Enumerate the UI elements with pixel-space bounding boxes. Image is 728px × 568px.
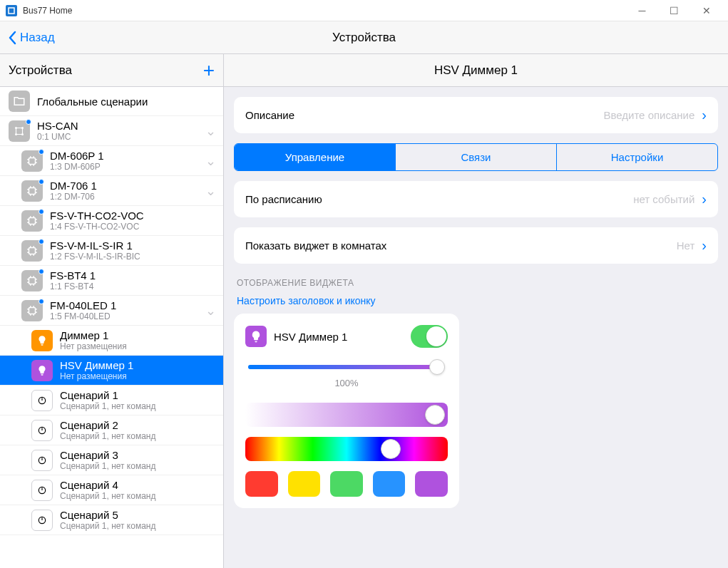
back-button[interactable]: Назад bbox=[0, 31, 55, 45]
chevron-right-icon: › bbox=[702, 237, 707, 254]
item-sub: Нет размещения bbox=[60, 371, 216, 381]
back-label: Назад bbox=[20, 31, 55, 45]
tree-item[interactable]: Диммер 1Нет размещения bbox=[0, 326, 223, 356]
chevron-left-icon bbox=[7, 31, 17, 45]
tab-control[interactable]: Управление bbox=[235, 144, 396, 170]
saturation-slider[interactable] bbox=[245, 403, 448, 427]
item-name: HS-CAN bbox=[37, 120, 205, 132]
tree-item[interactable]: Глобальные сценарии bbox=[0, 87, 223, 116]
item-name: DM-606P 1 bbox=[50, 150, 205, 162]
item-name: DM-706 1 bbox=[50, 180, 205, 192]
power-icon bbox=[31, 390, 53, 411]
device-tree[interactable]: Глобальные сценарииHS-CAN0:1 UMC⌄DM-606P… bbox=[0, 87, 223, 568]
svg-rect-0 bbox=[9, 8, 14, 14]
tree-item[interactable]: FM-040LED 11:5 FM-040LED⌄ bbox=[0, 296, 223, 326]
chip-icon bbox=[21, 210, 43, 232]
item-sub: 1:1 FS-BT4 bbox=[50, 282, 216, 291]
color-swatch[interactable] bbox=[373, 471, 406, 497]
tree-item[interactable]: DM-606P 11:3 DM-606P⌄ bbox=[0, 146, 223, 176]
status-dot bbox=[39, 209, 44, 215]
app-icon bbox=[6, 5, 17, 16]
item-sub: 1:2 FS-V-M-IL-S-IR-BIC bbox=[50, 252, 216, 262]
tree-item[interactable]: Сценарий 5Сценарий 1, нет команд bbox=[0, 505, 223, 535]
power-icon bbox=[31, 450, 53, 471]
item-name: Сценарий 5 bbox=[60, 509, 216, 521]
description-placeholder: Введите описание bbox=[603, 109, 694, 121]
item-sub: 0:1 UMC bbox=[37, 132, 205, 142]
tree-item[interactable]: Сценарий 3Сценарий 1, нет команд bbox=[0, 445, 223, 475]
tree-item[interactable]: DM-706 11:2 DM-706⌄ bbox=[0, 176, 223, 206]
chevron-down-icon[interactable]: ⌄ bbox=[205, 153, 216, 169]
tree-item[interactable]: HSV Диммер 1Нет размещения bbox=[0, 356, 223, 386]
widget-preview: HSV Диммер 1 100% bbox=[234, 314, 459, 508]
maximize-button[interactable]: ☐ bbox=[658, 1, 690, 21]
schedule-row[interactable]: По расписанию нет событий › bbox=[234, 181, 718, 217]
status-dot bbox=[39, 179, 44, 185]
item-name: Сценарий 3 bbox=[60, 449, 216, 461]
tree-item[interactable]: Сценарий 4Сценарий 1, нет команд bbox=[0, 475, 223, 505]
chevron-down-icon[interactable]: ⌄ bbox=[205, 183, 216, 199]
rooms-value: Нет bbox=[677, 239, 695, 252]
bulb-icon bbox=[31, 330, 53, 351]
chip-icon bbox=[21, 240, 43, 262]
tab-settings[interactable]: Настройки bbox=[557, 144, 717, 170]
chevron-right-icon: › bbox=[702, 107, 707, 123]
power-icon bbox=[31, 480, 53, 501]
item-name: HSV Диммер 1 bbox=[60, 359, 216, 371]
color-swatch[interactable] bbox=[415, 471, 448, 497]
chevron-down-icon[interactable]: ⌄ bbox=[205, 123, 216, 139]
tree-item[interactable]: FS-BT4 11:1 FS-BT4 bbox=[0, 266, 223, 296]
item-sub: 1:4 FS-V-TH-CO2-VOC bbox=[50, 222, 216, 232]
slider-thumb[interactable] bbox=[381, 439, 401, 459]
power-toggle[interactable] bbox=[411, 325, 448, 348]
svg-rect-9 bbox=[29, 277, 36, 284]
slider-thumb[interactable] bbox=[429, 359, 445, 375]
brightness-slider[interactable] bbox=[245, 365, 448, 369]
add-device-button[interactable]: + bbox=[203, 61, 215, 81]
bulb-icon bbox=[31, 360, 53, 381]
rooms-label: Показать виджет в комнатах bbox=[245, 239, 386, 252]
chip-icon bbox=[21, 180, 43, 202]
svg-rect-6 bbox=[29, 187, 36, 194]
bulb-icon bbox=[245, 326, 267, 347]
item-sub: 1:3 DM-606P bbox=[50, 162, 205, 172]
color-swatch[interactable] bbox=[245, 471, 278, 497]
item-name: FS-V-M-IL-S-IR 1 bbox=[50, 239, 216, 252]
tab-segmented: Управление Связи Настройки bbox=[234, 143, 718, 171]
widget-title: HSV Диммер 1 bbox=[274, 331, 411, 343]
status-dot bbox=[39, 269, 44, 274]
net-icon bbox=[9, 120, 30, 142]
schedule-value: нет событий bbox=[633, 193, 694, 205]
slider-thumb[interactable] bbox=[425, 405, 445, 425]
tree-item[interactable]: HS-CAN0:1 UMC⌄ bbox=[0, 116, 223, 146]
color-swatch[interactable] bbox=[288, 471, 321, 497]
tree-item[interactable]: FS-V-TH-CO2-VOC1:4 FS-V-TH-CO2-VOC bbox=[0, 206, 223, 236]
color-swatch[interactable] bbox=[330, 471, 363, 497]
rooms-row[interactable]: Показать виджет в комнатах Нет › bbox=[234, 227, 718, 264]
item-name: Сценарий 2 bbox=[60, 419, 216, 431]
tree-item[interactable]: Сценарий 1Сценарий 1, нет команд bbox=[0, 386, 223, 415]
chip-icon bbox=[21, 300, 43, 321]
tree-item[interactable]: Сценарий 2Сценарий 1, нет команд bbox=[0, 415, 223, 445]
svg-rect-8 bbox=[29, 247, 36, 254]
item-name: FM-040LED 1 bbox=[50, 299, 205, 311]
sidebar: Устройства + Глобальные сценарииHS-CAN0:… bbox=[0, 54, 224, 568]
hue-slider[interactable] bbox=[245, 437, 448, 461]
folder-icon bbox=[9, 91, 30, 112]
chevron-right-icon: › bbox=[702, 191, 707, 207]
item-name: Сценарий 1 bbox=[60, 389, 216, 401]
description-row[interactable]: Описание Введите описание › bbox=[234, 97, 718, 133]
item-sub: 1:2 DM-706 bbox=[50, 192, 205, 202]
minimize-button[interactable]: ─ bbox=[626, 1, 658, 21]
item-name: Сценарий 4 bbox=[60, 479, 216, 491]
tree-item[interactable]: FS-V-M-IL-S-IR 11:2 FS-V-M-IL-S-IR-BIC bbox=[0, 236, 223, 266]
item-name: Диммер 1 bbox=[60, 329, 216, 341]
chevron-down-icon[interactable]: ⌄ bbox=[205, 303, 216, 319]
titlebar: Bus77 Home ─ ☐ ✕ bbox=[0, 0, 728, 21]
tab-links[interactable]: Связи bbox=[396, 144, 557, 170]
close-button[interactable]: ✕ bbox=[690, 1, 722, 21]
status-dot bbox=[26, 119, 31, 125]
configure-header-link[interactable]: Настроить заголовок и иконку bbox=[234, 292, 718, 314]
navbar: Назад Устройства bbox=[0, 21, 728, 54]
item-sub: Нет размещения bbox=[60, 341, 216, 351]
